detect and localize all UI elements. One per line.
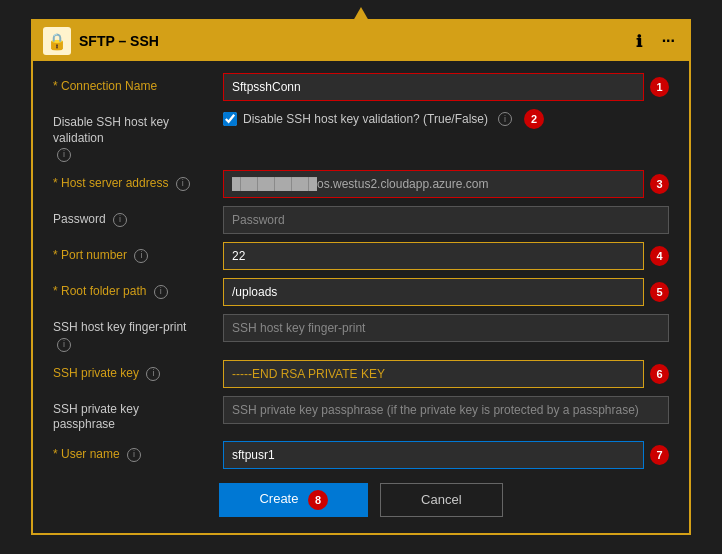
ssh-private-key-label: SSH private key i (53, 360, 223, 382)
create-button-badge: 8 (308, 490, 328, 510)
port-number-row: * Port number i 4 (53, 242, 669, 270)
ssh-passphrase-input[interactable] (223, 396, 669, 424)
port-number-badge: 4 (650, 246, 669, 266)
port-number-field: 4 (223, 242, 669, 270)
info-button[interactable]: ℹ (632, 30, 646, 53)
user-name-label: * User name i (53, 441, 223, 463)
root-folder-badge: 5 (650, 282, 669, 302)
root-folder-field: 5 (223, 278, 669, 306)
password-field (223, 206, 669, 234)
host-server-field: 3 (223, 170, 669, 198)
ssh-passphrase-field (223, 396, 669, 424)
connection-name-field: 1 (223, 73, 669, 101)
header-left: 🔒 SFTP – SSH (43, 27, 159, 55)
buttons-row: Create 8 Cancel (53, 483, 669, 517)
password-input[interactable] (223, 206, 669, 234)
disable-ssh-label: Disable SSH host keyvalidation i (53, 109, 223, 162)
root-folder-row: * Root folder path i 5 (53, 278, 669, 306)
user-name-input[interactable] (223, 441, 644, 469)
root-folder-info-icon[interactable]: i (154, 285, 168, 299)
password-info-icon[interactable]: i (113, 213, 127, 227)
more-button[interactable]: ··· (658, 30, 679, 52)
ssh-private-key-info-icon[interactable]: i (146, 367, 160, 381)
panel-body: * Connection Name 1 Disable SSH host key… (33, 61, 689, 533)
ssh-fingerprint-input[interactable] (223, 314, 669, 342)
disable-ssh-checkbox[interactable] (223, 112, 237, 126)
ssh-fingerprint-label: SSH host key finger-print i (53, 314, 223, 352)
connection-name-label: * Connection Name (53, 73, 223, 95)
disable-ssh-row: Disable SSH host keyvalidation i Disable… (53, 109, 669, 162)
panel-header: 🔒 SFTP – SSH ℹ ··· (33, 21, 689, 61)
user-name-row: * User name i 7 (53, 441, 669, 469)
host-server-input[interactable] (223, 170, 644, 198)
ssh-fingerprint-info-icon[interactable]: i (57, 338, 71, 352)
password-row: Password i (53, 206, 669, 234)
ssh-fingerprint-row: SSH host key finger-print i (53, 314, 669, 352)
password-label: Password i (53, 206, 223, 228)
connection-name-badge: 1 (650, 77, 669, 97)
ssh-private-key-badge: 6 (650, 364, 669, 384)
disable-ssh-badge: 2 (524, 109, 544, 129)
sftp-icon: 🔒 (43, 27, 71, 55)
disable-ssh-checkbox-label: Disable SSH host key validation? (True/F… (243, 112, 488, 126)
disable-ssh-checkbox-row: Disable SSH host key validation? (True/F… (223, 109, 669, 129)
sftp-ssh-panel: 🔒 SFTP – SSH ℹ ··· * Connection Name 1 D… (31, 19, 691, 535)
user-name-field: 7 (223, 441, 669, 469)
ssh-fingerprint-field (223, 314, 669, 342)
ssh-private-key-input[interactable] (223, 360, 644, 388)
ssh-passphrase-label: SSH private keypassphrase (53, 396, 223, 433)
create-button[interactable]: Create 8 (219, 483, 368, 517)
root-folder-input[interactable] (223, 278, 644, 306)
connector-arrow (353, 7, 369, 21)
host-server-label: * Host server address i (53, 170, 223, 192)
ssh-private-key-row: SSH private key i 6 (53, 360, 669, 388)
root-folder-label: * Root folder path i (53, 278, 223, 300)
header-actions: ℹ ··· (632, 30, 679, 53)
host-server-row: * Host server address i 3 (53, 170, 669, 198)
port-number-label: * Port number i (53, 242, 223, 264)
user-name-info-icon[interactable]: i (127, 448, 141, 462)
connection-name-row: * Connection Name 1 (53, 73, 669, 101)
host-server-info-icon[interactable]: i (176, 177, 190, 191)
disable-ssh-info-icon2[interactable]: i (498, 112, 512, 126)
ssh-private-key-field: 6 (223, 360, 669, 388)
ssh-passphrase-row: SSH private keypassphrase (53, 396, 669, 433)
cancel-button[interactable]: Cancel (380, 483, 502, 517)
disable-ssh-field: Disable SSH host key validation? (True/F… (223, 109, 669, 129)
disable-ssh-info-icon[interactable]: i (57, 148, 71, 162)
port-number-input[interactable] (223, 242, 644, 270)
user-name-badge: 7 (650, 445, 669, 465)
connection-name-input[interactable] (223, 73, 644, 101)
panel-title: SFTP – SSH (79, 33, 159, 49)
host-server-badge: 3 (650, 174, 669, 194)
port-number-info-icon[interactable]: i (134, 249, 148, 263)
